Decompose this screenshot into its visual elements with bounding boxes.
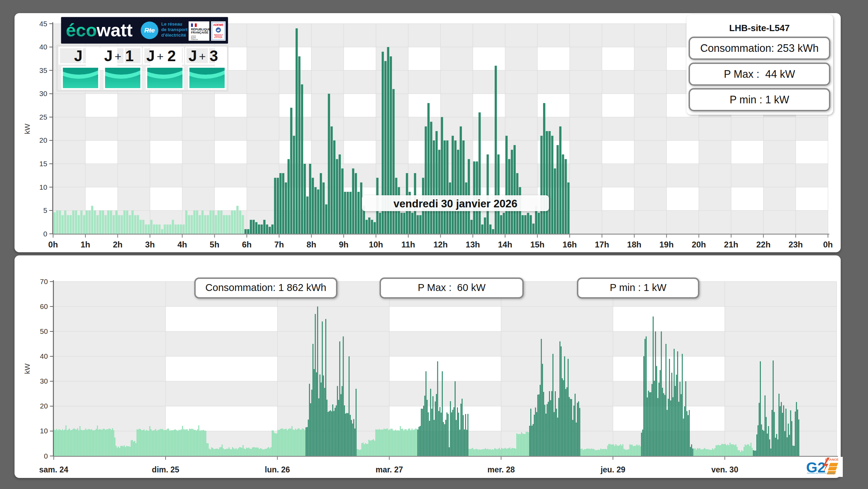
svg-text:50: 50: [40, 327, 48, 335]
svg-text:5: 5: [43, 206, 47, 214]
svg-text:45: 45: [39, 20, 47, 28]
svg-text:9h: 9h: [339, 240, 348, 249]
svg-text:12h: 12h: [433, 240, 448, 249]
svg-text:2h: 2h: [113, 240, 122, 249]
svg-text:P Max : 60 kW: P Max : 60 kW: [418, 282, 486, 293]
svg-text:1h: 1h: [81, 240, 90, 249]
svg-text:FRANCE: FRANCE: [825, 458, 838, 461]
svg-text:6h: 6h: [242, 240, 252, 249]
svg-text:de transport: de transport: [161, 27, 188, 32]
svg-text:J: J: [104, 47, 112, 64]
svg-text:11h: 11h: [401, 240, 415, 249]
svg-text:vendredi 30 janvier 2026: vendredi 30 janvier 2026: [393, 198, 517, 210]
svg-text:3: 3: [209, 47, 218, 64]
svg-text:16h: 16h: [562, 240, 577, 249]
svg-text:lun. 26: lun. 26: [265, 465, 290, 474]
svg-text:ven. 30: ven. 30: [711, 465, 738, 474]
svg-text:21h: 21h: [724, 240, 738, 249]
svg-text:sam. 24: sam. 24: [39, 465, 68, 474]
svg-text:+: +: [114, 50, 121, 63]
svg-text:P min : 1 kW: P min : 1 kW: [730, 94, 790, 105]
svg-text:8h: 8h: [307, 240, 316, 249]
svg-text:watt: watt: [96, 20, 133, 40]
svg-text:ÉCOLOGIQUE: ÉCOLOGIQUE: [214, 37, 223, 38]
svg-text:3h: 3h: [145, 240, 155, 249]
svg-text:Consommation: 1 862 kWh: Consommation: 1 862 kWh: [205, 282, 326, 293]
svg-text:d'électricité: d'électricité: [161, 32, 186, 38]
svg-text:Optimisation des ressources én: Optimisation des ressources énergétiques: [807, 472, 836, 474]
svg-text:ADEME: ADEME: [213, 23, 224, 27]
svg-text:20: 20: [39, 136, 47, 144]
svg-text:15h: 15h: [530, 240, 544, 249]
svg-text:1: 1: [125, 47, 133, 64]
svg-text:jeu. 29: jeu. 29: [600, 465, 625, 474]
svg-text:mer. 28: mer. 28: [487, 465, 515, 474]
svg-text:30: 30: [40, 377, 48, 385]
svg-text:0h: 0h: [823, 240, 833, 249]
svg-text:kW: kW: [23, 364, 31, 374]
svg-text:Rte: Rte: [144, 27, 155, 34]
svg-text:FRANÇAISE: FRANÇAISE: [191, 31, 208, 34]
svg-text:19h: 19h: [660, 240, 674, 249]
svg-text:J: J: [146, 47, 155, 64]
svg-text:Fraternité: Fraternité: [191, 39, 198, 40]
svg-text:J: J: [74, 47, 82, 64]
svg-text:20h: 20h: [692, 240, 706, 249]
svg-text:20: 20: [40, 402, 48, 410]
svg-text:40: 40: [39, 43, 47, 51]
svg-text:P min : 1 kW: P min : 1 kW: [610, 282, 666, 293]
svg-text:70: 70: [40, 278, 48, 285]
svg-text:14h: 14h: [498, 240, 512, 249]
svg-text:25: 25: [39, 113, 47, 121]
svg-text:30: 30: [39, 90, 47, 97]
svg-text:LHB-site-L547: LHB-site-L547: [729, 23, 790, 33]
svg-text:7h: 7h: [274, 240, 284, 249]
svg-text:0: 0: [44, 452, 48, 460]
svg-text:P Max : 44 kW: P Max : 44 kW: [724, 68, 795, 80]
svg-text:kW: kW: [23, 124, 31, 134]
svg-text:éco: éco: [66, 20, 97, 40]
svg-text:+: +: [199, 50, 206, 63]
svg-text:35: 35: [39, 66, 47, 74]
svg-text:4h: 4h: [177, 240, 187, 249]
svg-text:40: 40: [40, 352, 48, 360]
svg-text:10: 10: [39, 183, 47, 191]
svg-text:dim. 25: dim. 25: [152, 465, 179, 474]
svg-text:10: 10: [40, 427, 48, 435]
svg-text:23h: 23h: [788, 240, 803, 249]
svg-text:Le réseau: Le réseau: [161, 21, 183, 27]
svg-text:+: +: [157, 50, 164, 63]
svg-text:J: J: [188, 47, 197, 64]
svg-text:0: 0: [43, 230, 47, 238]
svg-text:10h: 10h: [369, 240, 383, 249]
svg-text:0h: 0h: [48, 240, 58, 249]
svg-text:18h: 18h: [627, 240, 641, 249]
svg-text:Consommation: 253 kWh: Consommation: 253 kWh: [700, 42, 819, 54]
svg-text:17h: 17h: [595, 240, 609, 249]
svg-text:5h: 5h: [210, 240, 220, 249]
svg-text:mar. 27: mar. 27: [375, 465, 403, 474]
svg-text:22h: 22h: [756, 240, 771, 249]
svg-text:15: 15: [39, 160, 47, 168]
svg-text:2: 2: [167, 47, 176, 64]
svg-text:13h: 13h: [466, 240, 480, 249]
svg-text:60: 60: [40, 302, 48, 310]
